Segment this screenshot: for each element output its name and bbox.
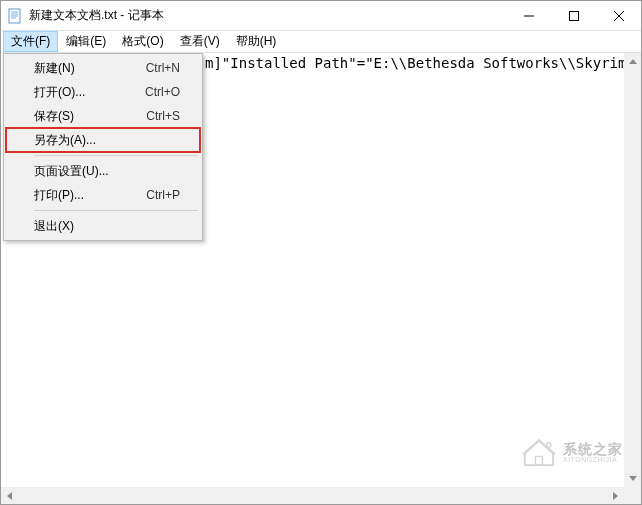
menu-item-label: 页面设置(U)... xyxy=(34,163,180,180)
menu-item-print[interactable]: 打印(P)... Ctrl+P xyxy=(6,183,200,207)
menu-item-label: 打开(O)... xyxy=(34,84,145,101)
file-dropdown: 新建(N) Ctrl+N 打开(O)... Ctrl+O 保存(S) Ctrl+… xyxy=(3,53,203,241)
watermark: 系统之家 XITONGZHIJIA xyxy=(521,437,623,467)
scroll-track[interactable] xyxy=(18,487,607,504)
menu-item-label: 另存为(A)... xyxy=(34,132,180,149)
scroll-down-button[interactable] xyxy=(624,470,641,487)
vertical-scrollbar[interactable] xyxy=(624,53,641,487)
menu-separator xyxy=(34,210,198,211)
menu-item-new[interactable]: 新建(N) Ctrl+N xyxy=(6,56,200,80)
editor-text[interactable]: m]"Installed Path"="E:\\Bethesda Softwor… xyxy=(201,53,641,73)
window-controls xyxy=(506,1,641,30)
scroll-track[interactable] xyxy=(624,70,641,470)
menu-help[interactable]: 帮助(H) xyxy=(228,31,285,52)
menu-item-label: 保存(S) xyxy=(34,108,146,125)
close-button[interactable] xyxy=(596,1,641,30)
window-title: 新建文本文档.txt - 记事本 xyxy=(29,7,506,24)
menu-item-shortcut: Ctrl+P xyxy=(146,188,180,202)
maximize-button[interactable] xyxy=(551,1,596,30)
watermark-house-icon xyxy=(521,437,557,467)
menu-item-save[interactable]: 保存(S) Ctrl+S xyxy=(6,104,200,128)
menu-item-shortcut: Ctrl+N xyxy=(146,61,180,75)
menubar: 文件(F) 编辑(E) 格式(O) 查看(V) 帮助(H) xyxy=(1,31,641,53)
watermark-text-en: XITONGZHIJIA xyxy=(563,456,623,463)
svg-rect-6 xyxy=(569,11,578,20)
menu-item-shortcut: Ctrl+S xyxy=(146,109,180,123)
minimize-button[interactable] xyxy=(506,1,551,30)
menu-view[interactable]: 查看(V) xyxy=(172,31,228,52)
scroll-left-button[interactable] xyxy=(1,487,18,504)
scroll-right-button[interactable] xyxy=(607,487,624,504)
menu-item-shortcut: Ctrl+O xyxy=(145,85,180,99)
svg-rect-9 xyxy=(535,456,542,465)
editor-area[interactable]: m]"Installed Path"="E:\\Bethesda Softwor… xyxy=(1,53,641,487)
scroll-corner xyxy=(624,487,641,504)
menu-edit[interactable]: 编辑(E) xyxy=(58,31,114,52)
menu-item-open[interactable]: 打开(O)... Ctrl+O xyxy=(6,80,200,104)
menu-separator xyxy=(34,155,198,156)
watermark-text-cn: 系统之家 xyxy=(563,442,623,456)
menu-item-label: 退出(X) xyxy=(34,218,180,235)
menu-item-page-setup[interactable]: 页面设置(U)... xyxy=(6,159,200,183)
horizontal-scrollbar[interactable] xyxy=(1,487,624,504)
titlebar: 新建文本文档.txt - 记事本 xyxy=(1,1,641,31)
menu-item-label: 打印(P)... xyxy=(34,187,146,204)
menu-item-save-as[interactable]: 另存为(A)... xyxy=(6,128,200,152)
menu-item-exit[interactable]: 退出(X) xyxy=(6,214,200,238)
menu-format[interactable]: 格式(O) xyxy=(114,31,171,52)
scroll-up-button[interactable] xyxy=(624,53,641,70)
menu-file[interactable]: 文件(F) xyxy=(3,31,58,52)
menu-item-label: 新建(N) xyxy=(34,60,146,77)
svg-point-10 xyxy=(547,443,551,447)
notepad-icon xyxy=(7,8,23,24)
